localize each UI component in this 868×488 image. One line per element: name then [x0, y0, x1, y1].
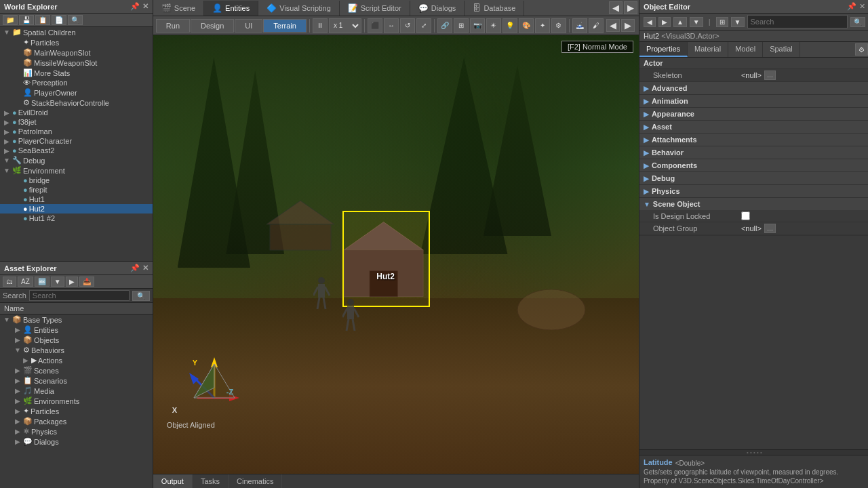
rp-tab-properties[interactable]: Properties — [639, 42, 688, 57]
appearance-group-header[interactable]: ▶ Appearance — [639, 108, 868, 120]
ae-close-icon[interactable]: ✕ — [142, 264, 149, 272]
tree-item-hut1[interactable]: ● Hut1 — [0, 195, 153, 204]
render-btn[interactable]: 🎨 — [519, 18, 534, 33]
bottom-tab-output[interactable]: Output — [153, 474, 193, 488]
speed-select[interactable]: x 1 x 2 x 0.5 — [329, 18, 361, 33]
rp-pin-icon[interactable]: 📌 — [847, 2, 856, 11]
ae-particles[interactable]: ▶ ✦ Particles — [0, 406, 153, 416]
f38jet-toggle-icon[interactable]: ▶ — [3, 119, 11, 126]
tree-item-particles[interactable]: ✦ Particles — [0, 37, 153, 47]
tree-item-bridge[interactable]: ● bridge — [0, 176, 153, 185]
scene-object-group-header[interactable]: ▼ Scene Object — [639, 198, 868, 210]
environment-toggle-icon[interactable]: ▼ — [3, 167, 11, 174]
ae-packages-toggle[interactable]: ▶ — [14, 418, 22, 425]
scene-design-tab[interactable]: Design — [191, 19, 234, 33]
advanced-group-header[interactable]: ▶ Advanced — [639, 82, 868, 94]
ae-scenarios[interactable]: ▶ 📋 Scenarios — [0, 375, 153, 386]
ae-objects-toggle[interactable]: ▶ — [14, 336, 22, 344]
scene-ui-tab[interactable]: UI — [235, 19, 262, 33]
debug-group-header[interactable]: ▶ Debug — [639, 172, 868, 184]
we-pin-icon[interactable]: 📌 — [130, 2, 140, 11]
ae-search-input[interactable] — [29, 290, 130, 301]
tree-item-perception[interactable]: 👁 Perception — [0, 78, 153, 87]
ae-entities[interactable]: ▶ 👤 Entities — [0, 325, 153, 335]
scene-nav-fwd-btn[interactable]: ▶ — [621, 19, 635, 32]
ae-base-types[interactable]: ▼ 📦 Base Types — [0, 314, 153, 325]
scene-run-tab[interactable]: Run — [156, 19, 190, 33]
rp-search-go-btn[interactable]: 🔍 — [850, 17, 865, 27]
scene-terrain-tab[interactable]: Terrain — [263, 19, 307, 33]
ae-media-toggle[interactable]: ▶ — [14, 387, 22, 394]
ae-search-go-btn[interactable]: 🔍 — [132, 291, 150, 301]
ae-particles-toggle[interactable]: ▶ — [14, 407, 22, 415]
ae-actions[interactable]: ▶ ▶ Actions — [0, 355, 153, 365]
we-save-btn[interactable]: 💾 — [19, 15, 34, 25]
select-mode-btn[interactable]: ⬛ — [368, 18, 382, 33]
ae-scenarios-toggle[interactable]: ▶ — [14, 377, 22, 384]
tab-scene[interactable]: 🎬 Scene — [153, 1, 204, 16]
rp-tab-spatial[interactable]: Spatial — [763, 42, 800, 57]
tree-item-playercharacter[interactable]: ▶ ● PlayerCharacter — [0, 136, 153, 146]
we-close-icon[interactable]: ✕ — [142, 2, 149, 11]
tree-item-f38jet[interactable]: ▶ ● f38jet — [0, 117, 153, 127]
ae-import-btn[interactable]: 📥 — [79, 277, 94, 287]
we-copy-btn[interactable]: 📋 — [35, 15, 50, 25]
ae-dialogs-toggle[interactable]: ▶ — [14, 438, 22, 445]
sun-btn[interactable]: ☀ — [486, 18, 501, 33]
ae-environments-toggle[interactable]: ▶ — [14, 397, 22, 405]
ae-new-btn[interactable]: 🗂 — [3, 277, 16, 287]
tab-visual-scripting[interactable]: 🔷 Visual Scripting — [258, 1, 340, 16]
ae-physics-toggle[interactable]: ▶ — [14, 428, 22, 435]
tab-script-editor[interactable]: 📝 Script Editor — [340, 1, 410, 16]
tree-item-evildroid[interactable]: ▶ ● EvilDroid — [0, 108, 153, 117]
ae-objects[interactable]: ▶ 📦 Objects — [0, 335, 153, 345]
tree-item-spatial-children[interactable]: ▼ 📁 Spatial Children — [0, 27, 153, 37]
top-nav-fwd-btn[interactable]: ▶ — [624, 1, 637, 14]
debug-toggle-icon[interactable]: ▼ — [3, 157, 11, 164]
we-search-btn[interactable]: 🔍 — [68, 15, 83, 25]
bottom-tab-tasks[interactable]: Tasks — [193, 474, 229, 488]
snap-btn[interactable]: 🔗 — [437, 18, 452, 33]
components-group-header[interactable]: ▶ Components — [639, 159, 868, 171]
tree-item-more-stats[interactable]: 📊 More Stats — [0, 68, 153, 78]
light-btn[interactable]: 💡 — [502, 18, 517, 33]
base-types-toggle[interactable]: ▼ — [3, 316, 11, 323]
tree-item-patrolman[interactable]: ▶ ● Patrolman — [0, 127, 153, 136]
rp-divider[interactable]: • • • • • — [639, 449, 868, 455]
rp-nav-down-btn[interactable]: ▼ — [690, 17, 703, 27]
object-group-edit-btn[interactable]: … — [764, 224, 776, 233]
ae-filter-btn[interactable]: ▼ — [51, 277, 64, 287]
move-btn[interactable]: ↔ — [384, 18, 399, 33]
tree-item-debug[interactable]: ▼ 🔧 Debug — [0, 155, 153, 165]
terrain-sculpt-btn[interactable]: 🗻 — [572, 18, 587, 33]
fx-btn[interactable]: ✦ — [535, 18, 550, 33]
spatial-toggle-icon[interactable]: ▼ — [3, 28, 11, 36]
grid-btn[interactable]: ⊞ — [454, 18, 469, 33]
ae-entities-toggle[interactable]: ▶ — [14, 326, 22, 333]
patrolman-toggle-icon[interactable]: ▶ — [3, 128, 11, 136]
we-new-folder-btn[interactable]: 📁 — [3, 15, 18, 25]
rp-tab-material[interactable]: Material — [688, 42, 728, 57]
pause-btn[interactable]: ⏸ — [313, 18, 328, 33]
ae-environments[interactable]: ▶ 🌿 Environments — [0, 396, 153, 406]
rp-filter-btn[interactable]: ▼ — [731, 17, 745, 27]
ae-packages[interactable]: ▶ 📦 Packages — [0, 416, 153, 426]
tree-item-missileweaponslot[interactable]: 📦 MissileWeaponSlot — [0, 58, 153, 68]
we-paste-btn[interactable]: 📄 — [52, 15, 66, 25]
rp-nav-up-btn[interactable]: ▲ — [673, 17, 687, 27]
playercharacter-toggle-icon[interactable]: ▶ — [3, 138, 11, 145]
physics-group-header[interactable]: ▶ Physics — [639, 185, 868, 197]
is-design-locked-checkbox[interactable] — [741, 211, 750, 220]
tree-item-seabeast[interactable]: ▶ ● SeaBeast2 — [0, 146, 153, 155]
rp-nav-back-btn[interactable]: ◀ — [644, 17, 656, 27]
ae-actions-toggle[interactable]: ▶ — [22, 357, 30, 364]
animation-group-header[interactable]: ▶ Animation — [639, 95, 868, 107]
evildroid-toggle-icon[interactable]: ▶ — [3, 109, 11, 117]
tree-item-environment[interactable]: ▼ 🌿 Environment — [0, 165, 153, 176]
ae-physics[interactable]: ▶ ⚛ Physics — [0, 426, 153, 436]
rp-search-input[interactable] — [747, 15, 848, 28]
terrain-paint-btn[interactable]: 🖌 — [589, 18, 604, 33]
seabeast-toggle-icon[interactable]: ▶ — [3, 147, 11, 155]
more-btn[interactable]: ⚙ — [551, 18, 566, 33]
rp-close-icon[interactable]: ✕ — [859, 2, 865, 11]
